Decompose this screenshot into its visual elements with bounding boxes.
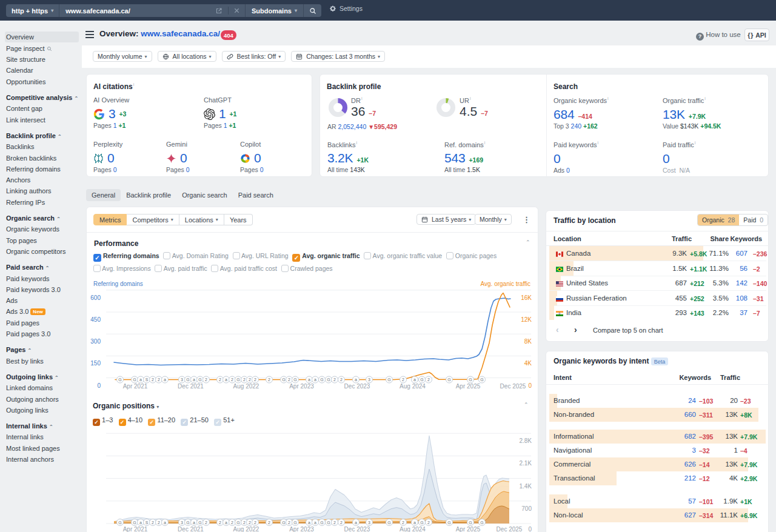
svg-text:2: 2 bbox=[402, 520, 404, 525]
svg-text:2: 2 bbox=[333, 520, 336, 525]
svg-text:a: a bbox=[193, 377, 195, 382]
svg-text:2: 2 bbox=[268, 377, 270, 382]
svg-text:0: 0 bbox=[528, 526, 532, 532]
svg-text:2: 2 bbox=[254, 377, 256, 382]
svg-text:G: G bbox=[133, 377, 136, 382]
svg-text:2.1K: 2.1K bbox=[519, 460, 532, 467]
svg-text:2: 2 bbox=[288, 377, 290, 382]
svg-text:Apr 2021: Apr 2021 bbox=[123, 526, 148, 532]
svg-text:2: 2 bbox=[340, 520, 343, 525]
svg-text:2: 2 bbox=[254, 520, 256, 525]
svg-text:G: G bbox=[118, 520, 121, 525]
svg-text:2: 2 bbox=[152, 520, 154, 525]
svg-text:2: 2 bbox=[427, 520, 430, 525]
svg-text:2: 2 bbox=[231, 520, 233, 525]
svg-text:2: 2 bbox=[243, 377, 246, 382]
svg-text:a: a bbox=[225, 520, 227, 525]
svg-text:8K: 8K bbox=[524, 338, 532, 345]
svg-text:0: 0 bbox=[97, 382, 101, 389]
svg-text:2: 2 bbox=[219, 377, 221, 382]
svg-text:G: G bbox=[198, 377, 201, 382]
svg-text:2.8K: 2.8K bbox=[519, 437, 532, 444]
svg-text:2: 2 bbox=[205, 377, 207, 382]
svg-text:G: G bbox=[480, 377, 483, 382]
svg-text:12K: 12K bbox=[521, 316, 532, 323]
svg-text:G: G bbox=[387, 377, 390, 382]
svg-text:Aug 2024: Aug 2024 bbox=[400, 526, 426, 532]
svg-text:G: G bbox=[320, 520, 323, 525]
svg-text:a: a bbox=[413, 377, 416, 382]
svg-text:a: a bbox=[193, 520, 195, 525]
svg-text:G: G bbox=[118, 377, 121, 382]
svg-text:2: 2 bbox=[205, 520, 207, 525]
svg-text:G: G bbox=[420, 520, 423, 525]
svg-text:a: a bbox=[225, 377, 227, 382]
svg-text:G: G bbox=[447, 377, 450, 382]
svg-text:2: 2 bbox=[288, 520, 290, 525]
svg-text:Aug 2022: Aug 2022 bbox=[233, 526, 259, 532]
svg-text:2: 2 bbox=[158, 520, 160, 525]
svg-text:G: G bbox=[293, 377, 296, 382]
svg-text:Aug 2024: Aug 2024 bbox=[400, 383, 426, 390]
svg-text:150: 150 bbox=[90, 360, 101, 367]
svg-text:2: 2 bbox=[427, 377, 430, 382]
svg-text:2: 2 bbox=[249, 377, 251, 382]
svg-text:0: 0 bbox=[528, 382, 532, 389]
svg-text:Aug 2022: Aug 2022 bbox=[233, 383, 259, 390]
svg-text:700: 700 bbox=[521, 505, 532, 512]
svg-text:a: a bbox=[308, 520, 310, 525]
svg-text:Dec 2025: Dec 2025 bbox=[500, 383, 526, 390]
svg-text:3: 3 bbox=[181, 377, 183, 382]
svg-text:Apr 2023: Apr 2023 bbox=[289, 526, 314, 532]
svg-text:3: 3 bbox=[181, 520, 183, 525]
svg-text:G: G bbox=[186, 520, 189, 525]
svg-text:2: 2 bbox=[243, 520, 246, 525]
svg-text:a: a bbox=[355, 520, 357, 525]
svg-text:G: G bbox=[282, 520, 285, 525]
svg-text:a: a bbox=[164, 377, 166, 382]
svg-text:Dec 2023: Dec 2023 bbox=[344, 383, 370, 390]
svg-text:Dec 2021: Dec 2021 bbox=[178, 383, 204, 390]
svg-text:G: G bbox=[236, 377, 239, 382]
svg-text:2: 2 bbox=[152, 377, 154, 382]
svg-text:G: G bbox=[133, 520, 136, 525]
svg-text:G: G bbox=[282, 377, 285, 382]
svg-text:2: 2 bbox=[333, 377, 336, 382]
svg-text:S: S bbox=[146, 520, 149, 525]
svg-text:2: 2 bbox=[402, 377, 404, 382]
svg-text:3: 3 bbox=[368, 377, 370, 382]
svg-text:a: a bbox=[314, 520, 316, 525]
svg-text:2: 2 bbox=[231, 377, 233, 382]
svg-text:16K: 16K bbox=[521, 294, 532, 301]
svg-text:a: a bbox=[413, 520, 416, 525]
svg-text:450: 450 bbox=[90, 316, 101, 323]
svg-text:S: S bbox=[146, 377, 149, 382]
svg-text:G: G bbox=[320, 377, 323, 382]
svg-text:G: G bbox=[327, 520, 330, 525]
svg-text:G: G bbox=[480, 520, 483, 525]
svg-text:2: 2 bbox=[249, 520, 251, 525]
svg-text:G: G bbox=[198, 520, 201, 525]
svg-text:2: 2 bbox=[268, 520, 270, 525]
svg-text:a: a bbox=[139, 377, 142, 382]
svg-text:G: G bbox=[469, 520, 472, 525]
svg-text:G: G bbox=[420, 377, 423, 382]
svg-text:Apr 2021: Apr 2021 bbox=[123, 383, 148, 390]
svg-text:Apr 2025: Apr 2025 bbox=[456, 526, 481, 532]
svg-text:Apr 2025: Apr 2025 bbox=[456, 383, 481, 390]
svg-text:2: 2 bbox=[219, 520, 221, 525]
svg-text:3: 3 bbox=[368, 520, 370, 525]
svg-text:a: a bbox=[314, 377, 316, 382]
svg-text:a: a bbox=[139, 520, 142, 525]
svg-text:G: G bbox=[293, 520, 296, 525]
svg-text:2: 2 bbox=[158, 377, 160, 382]
svg-text:1.4K: 1.4K bbox=[519, 483, 532, 490]
svg-text:2: 2 bbox=[340, 377, 343, 382]
svg-text:G: G bbox=[327, 377, 330, 382]
svg-text:300: 300 bbox=[90, 338, 101, 345]
svg-text:Dec 2025: Dec 2025 bbox=[497, 526, 523, 532]
svg-text:G: G bbox=[387, 520, 390, 525]
svg-text:G: G bbox=[236, 520, 239, 525]
svg-text:G: G bbox=[469, 377, 472, 382]
svg-text:a: a bbox=[164, 520, 166, 525]
